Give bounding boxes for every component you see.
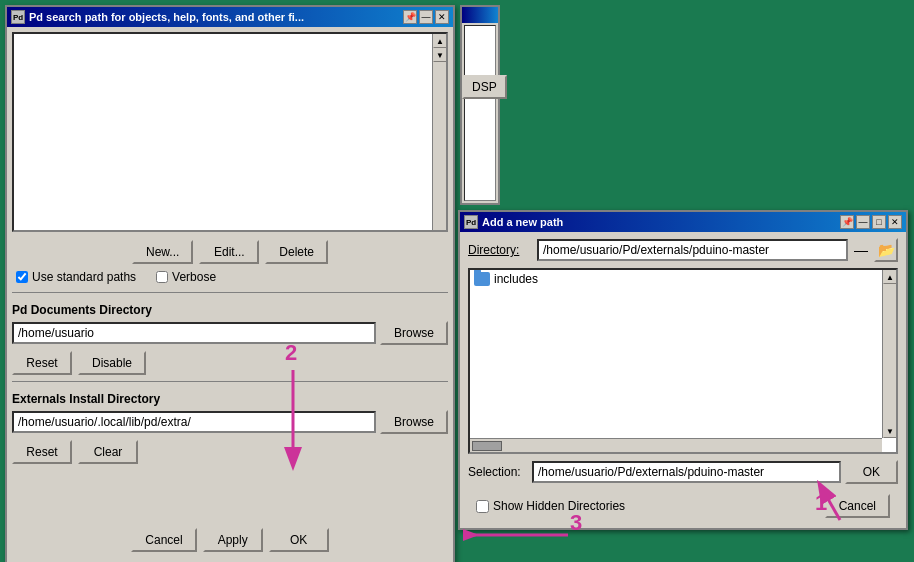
externals-row: Browse: [12, 410, 448, 434]
pd-documents-row: Browse: [12, 321, 448, 345]
dialog-minimize-button[interactable]: —: [856, 215, 870, 229]
edit-buttons-row: New... Edit... Delete: [12, 240, 448, 264]
titlebar-buttons: 📌 — ✕: [403, 10, 449, 24]
use-standard-paths-text: Use standard paths: [32, 270, 136, 284]
pd-documents-dir-buttons: Reset Disable: [12, 351, 448, 375]
list-item[interactable]: includes: [470, 270, 896, 288]
externals-reset-button[interactable]: Reset: [12, 440, 72, 464]
show-hidden-label[interactable]: Show Hidden Directories: [476, 499, 625, 513]
show-hidden-checkbox[interactable]: [476, 500, 489, 513]
dialog-pd-icon: Pd: [464, 215, 478, 229]
dialog-title: Add a new path: [482, 216, 563, 228]
dialog-titlebar-buttons: 📌 — □ ✕: [840, 215, 902, 229]
separator-1: [12, 292, 448, 293]
main-window-content: ▲ ▼ New... Edit... Delete Use standard p…: [7, 27, 453, 562]
use-standard-paths-label[interactable]: Use standard paths: [16, 270, 136, 284]
folder-icon: [474, 272, 490, 286]
close-button[interactable]: ✕: [435, 10, 449, 24]
mini-window: [460, 5, 500, 205]
externals-dir-buttons: Reset Clear: [12, 440, 448, 464]
dialog-cancel-button[interactable]: Cancel: [825, 494, 890, 518]
dialog-directory-input[interactable]: [537, 239, 848, 261]
apply-button[interactable]: Apply: [203, 528, 263, 552]
bottom-buttons-row: Cancel Apply OK: [12, 520, 448, 560]
verbose-label[interactable]: Verbose: [156, 270, 216, 284]
cancel-button[interactable]: Cancel: [131, 528, 196, 552]
v-scroll-down[interactable]: ▼: [883, 424, 897, 438]
pd-documents-disable-button[interactable]: Disable: [78, 351, 146, 375]
delete-button[interactable]: Delete: [265, 240, 328, 264]
externals-clear-button[interactable]: Clear: [78, 440, 138, 464]
separator-2: [12, 381, 448, 382]
dialog-selection-row: Selection: OK: [468, 460, 898, 484]
dialog-titlebar-left: Pd Add a new path: [464, 215, 563, 229]
pd-main-window: Pd Pd search path for objects, help, fon…: [5, 5, 455, 562]
pd-icon: Pd: [11, 10, 25, 24]
pd-documents-reset-button[interactable]: Reset: [12, 351, 72, 375]
pd-documents-input[interactable]: [12, 322, 376, 344]
dialog-selection-label: Selection:: [468, 465, 528, 479]
externals-label: Externals Install Directory: [12, 392, 448, 406]
dialog-pin-button[interactable]: 📌: [840, 215, 854, 229]
ok-button[interactable]: OK: [269, 528, 329, 552]
h-scrollbar[interactable]: [470, 438, 882, 452]
h-scrollbar-thumb[interactable]: [472, 441, 502, 451]
dialog-selection-input[interactable]: [532, 461, 841, 483]
titlebar-left: Pd Pd search path for objects, help, fon…: [11, 10, 304, 24]
dialog-browse-button[interactable]: 📂: [874, 238, 898, 262]
minimize-button[interactable]: —: [419, 10, 433, 24]
dialog-listbox[interactable]: includes ▲ ▼: [468, 268, 898, 454]
dsp-button[interactable]: DSP: [462, 75, 507, 99]
scroll-down[interactable]: ▼: [433, 48, 447, 62]
add-path-dialog: Pd Add a new path 📌 — □ ✕ Directory: — 📂…: [458, 210, 908, 530]
folder-name: includes: [494, 272, 538, 286]
pd-documents-browse-button[interactable]: Browse: [380, 321, 448, 345]
mini-titlebar: [462, 7, 498, 23]
v-scrollbar[interactable]: ▲ ▼: [882, 270, 896, 438]
new-button[interactable]: New...: [132, 240, 193, 264]
dialog-bottom-row: Show Hidden Directories Cancel: [468, 490, 898, 522]
main-window-title: Pd search path for objects, help, fonts,…: [29, 11, 304, 23]
dialog-maximize-button[interactable]: □: [872, 215, 886, 229]
scroll-up[interactable]: ▲: [433, 34, 447, 48]
pin-button[interactable]: 📌: [403, 10, 417, 24]
paths-listbox[interactable]: ▲ ▼: [12, 32, 448, 232]
edit-button[interactable]: Edit...: [199, 240, 259, 264]
dialog-directory-row: Directory: — 📂: [468, 238, 898, 262]
checkboxes-row: Use standard paths Verbose: [12, 268, 448, 286]
verbose-text: Verbose: [172, 270, 216, 284]
pd-documents-label: Pd Documents Directory: [12, 303, 448, 317]
dialog-close-button[interactable]: ✕: [888, 215, 902, 229]
externals-input[interactable]: [12, 411, 376, 433]
show-hidden-text: Show Hidden Directories: [493, 499, 625, 513]
verbose-checkbox[interactable]: [156, 271, 168, 283]
dialog-ok-button[interactable]: OK: [845, 460, 898, 484]
externals-browse-button[interactable]: Browse: [380, 410, 448, 434]
use-standard-paths-checkbox[interactable]: [16, 271, 28, 283]
listbox-scrollbar[interactable]: ▲ ▼: [432, 34, 446, 230]
dialog-dash: —: [852, 242, 870, 258]
main-window-titlebar: Pd Pd search path for objects, help, fon…: [7, 7, 453, 27]
dialog-titlebar: Pd Add a new path 📌 — □ ✕: [460, 212, 906, 232]
mini-content: [464, 25, 496, 201]
v-scroll-up[interactable]: ▲: [883, 270, 897, 284]
dialog-directory-label: Directory:: [468, 243, 533, 257]
dialog-content: Directory: — 📂 includes ▲ ▼ Selection:: [460, 232, 906, 528]
